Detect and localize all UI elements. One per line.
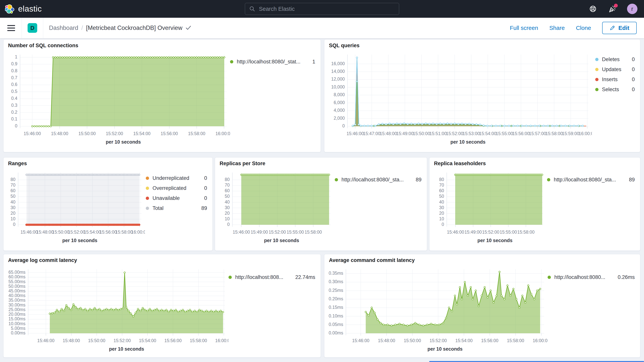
divider — [22, 18, 22, 38]
svg-text:15:47:00: 15:47:00 — [363, 131, 380, 136]
legend-value: 0 — [632, 66, 635, 72]
edit-button-label: Edit — [618, 25, 629, 31]
panel-replica-leaseholders: Replica leaseholders 0102030405060708015… — [429, 157, 640, 251]
legend-command-commit-latency: http://localhost:8080...0.26ms — [548, 274, 635, 280]
legend-label: Overreplicated — [152, 185, 201, 191]
divider — [43, 18, 43, 38]
svg-text:10,000: 10,000 — [331, 84, 345, 90]
svg-text:16,000: 16,000 — [331, 61, 345, 66]
legend-item[interactable]: http://localhost:8080...0.26ms — [548, 274, 635, 280]
legend-label: Inserts — [602, 76, 628, 82]
svg-text:55.00ms: 55.00ms — [8, 279, 26, 284]
page-title: [Metricbeat CockroachDB] Overview — [86, 24, 182, 32]
svg-text:0.3: 0.3 — [11, 103, 17, 108]
brand-text: elastic — [18, 4, 42, 14]
svg-text:20: 20 — [10, 211, 16, 216]
legend-item[interactable]: Underreplicated0 — [146, 175, 207, 181]
svg-text:15:54:00: 15:54:00 — [133, 131, 150, 136]
chart-sql-queries[interactable]: 02,0004,0006,0008,00010,00012,00014,0001… — [326, 50, 592, 150]
svg-text:15:56:00: 15:56:00 — [164, 338, 182, 343]
share-button[interactable]: Share — [549, 25, 565, 31]
full-screen-button[interactable]: Full screen — [510, 25, 538, 31]
space-badge[interactable]: D — [28, 23, 37, 33]
legend-label: Underreplicated — [152, 175, 201, 181]
legend-item[interactable]: http://localhost:8080/_stat...1 — [230, 59, 315, 65]
chart-replica-leaseholders[interactable]: 0102030405060708015:46:0015:49:0015:52:0… — [431, 168, 547, 249]
legend-item[interactable]: Selects0 — [595, 86, 635, 92]
svg-text:15:58:00: 15:58:00 — [190, 338, 207, 343]
svg-text:15:46:00: 15:46:00 — [447, 230, 464, 234]
legend-value: 0 — [632, 56, 635, 62]
svg-text:15:49:00: 15:49:00 — [396, 131, 414, 136]
avatar[interactable]: r — [627, 4, 638, 14]
breadcrumb-dashboard[interactable]: Dashboard — [49, 24, 78, 32]
svg-text:0.00ms: 0.00ms — [329, 330, 343, 336]
legend-item[interactable]: http://localhost:8080/_sta...89 — [547, 177, 635, 183]
legend-sql-queries: Deletes0Updates0Inserts0Selects0 — [595, 56, 635, 92]
newsfeed-button[interactable] — [608, 4, 616, 13]
svg-text:80: 80 — [439, 177, 444, 182]
edit-button[interactable]: Edit — [602, 22, 637, 34]
legend-ranges: Underreplicated0Overreplicated0Unavailab… — [146, 175, 207, 211]
horizontal-scrollbar-thumb[interactable] — [429, 361, 644, 362]
svg-text:per 10 seconds: per 10 seconds — [264, 238, 299, 243]
legend-item[interactable]: http://localhost:8080/_sta...89 — [335, 177, 422, 183]
legend-label: http://localhost:808... — [235, 274, 292, 280]
svg-text:15:54:00: 15:54:00 — [139, 338, 156, 343]
search-input[interactable] — [258, 6, 395, 12]
svg-text:50: 50 — [439, 194, 444, 199]
panel-title: SQL queries — [329, 42, 360, 48]
legend-item[interactable]: Total89 — [146, 205, 207, 211]
life-ring-icon — [589, 5, 597, 13]
breadcrumb: Dashboard / [Metricbeat CockroachDB] Ove… — [49, 24, 191, 32]
nav-actions: Full screen Share Clone Edit — [510, 22, 644, 34]
svg-text:15:52:00: 15:52:00 — [106, 131, 123, 136]
svg-text:16:00:00: 16:00:00 — [215, 131, 230, 136]
svg-text:15:46:00: 15:46:00 — [346, 131, 364, 136]
top-bar: elastic — [0, 0, 644, 18]
legend-item[interactable]: Updates0 — [595, 66, 635, 72]
svg-text:per 10 seconds: per 10 seconds — [62, 238, 97, 243]
dashboard-menu-check-icon[interactable] — [186, 25, 191, 31]
chart-log-commit-latency[interactable]: 0.00ms5.00ms10.00ms15.00ms20.00ms25.00ms… — [5, 264, 228, 356]
svg-text:40: 40 — [439, 200, 444, 204]
chart-command-commit-latency[interactable]: 0.00ms0.05ms0.10ms0.15ms0.20ms0.25ms0.30… — [326, 264, 548, 356]
svg-text:15:50:00: 15:50:00 — [78, 131, 96, 136]
svg-text:20.00ms: 20.00ms — [8, 312, 26, 317]
panel-average-command-commit-latency: Average command commit latency 0.00ms0.0… — [324, 254, 640, 358]
elastic-brand[interactable]: elastic — [5, 0, 42, 18]
legend-item[interactable]: Deletes0 — [595, 56, 635, 62]
svg-text:60: 60 — [10, 188, 16, 193]
legend-item[interactable]: Unavailable0 — [146, 195, 207, 201]
help-button[interactable] — [588, 4, 597, 13]
svg-text:20: 20 — [225, 211, 230, 216]
legend-value: 0.26ms — [618, 274, 635, 280]
panel-replicas-per-store: Replicas per Store 0102030405060708015:4… — [215, 157, 427, 251]
svg-text:15:46:00: 15:46:00 — [37, 338, 54, 343]
panel-title: Ranges — [8, 160, 27, 166]
legend-swatch — [595, 88, 598, 91]
svg-text:15:46:00: 15:46:00 — [233, 230, 250, 234]
chart-svg: 0102030405060708015:46:0015:48:0015:50:0… — [5, 168, 145, 249]
chart-ranges[interactable]: 0102030405060708015:46:0015:48:0015:50:0… — [5, 168, 145, 249]
svg-text:per 10 seconds: per 10 seconds — [450, 139, 486, 144]
legend-item[interactable]: Overreplicated0 — [146, 185, 207, 191]
legend-item[interactable]: http://localhost:808...22.74ms — [228, 274, 315, 280]
svg-text:0.25ms: 0.25ms — [329, 288, 343, 293]
svg-text:15:55:00: 15:55:00 — [496, 131, 513, 136]
chart-sql-connections[interactable]: 00.10.20.30.40.50.60.70.80.9115:46:0015:… — [5, 50, 230, 150]
legend-label: Deletes — [602, 56, 628, 62]
menu-button[interactable] — [7, 25, 15, 31]
svg-text:30: 30 — [439, 205, 444, 210]
svg-text:15:46:00: 15:46:00 — [24, 131, 41, 136]
global-search[interactable] — [245, 3, 399, 15]
svg-text:10.00ms: 10.00ms — [8, 321, 26, 326]
svg-text:15:58:00: 15:58:00 — [546, 131, 563, 136]
legend-item[interactable]: Inserts0 — [595, 76, 635, 82]
clone-button[interactable]: Clone — [576, 25, 591, 31]
svg-text:15:56:00: 15:56:00 — [481, 338, 498, 343]
svg-text:15:56:00: 15:56:00 — [512, 131, 530, 136]
topbar-right: r — [588, 0, 638, 18]
chart-replicas-per-store[interactable]: 0102030405060708015:46:0015:49:0015:52:0… — [216, 168, 334, 249]
svg-text:30: 30 — [10, 205, 16, 210]
